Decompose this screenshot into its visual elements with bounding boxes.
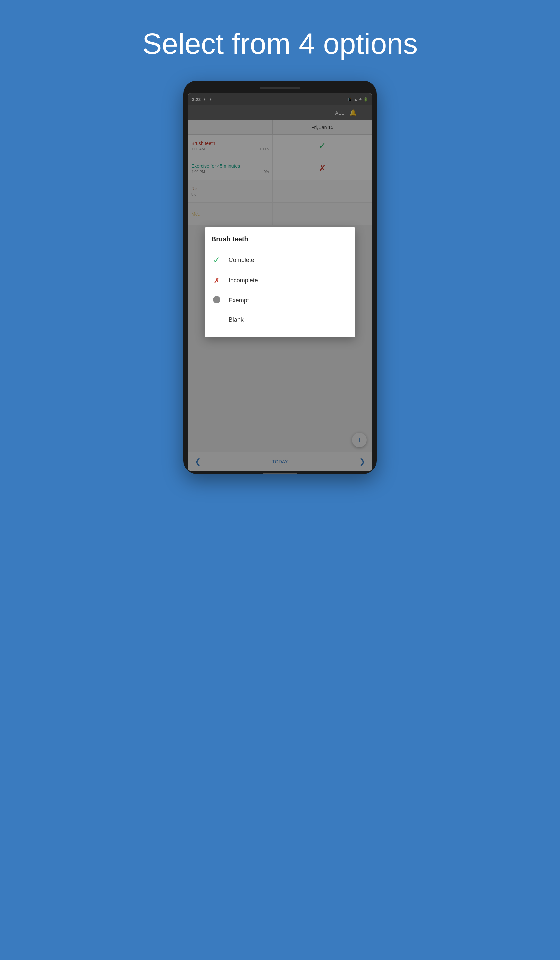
incomplete-icon: ✗ <box>211 276 222 285</box>
dialog-title: Brush teeth <box>211 235 349 243</box>
dialog: Brush teeth ✓ Complete ✗ Incomplete Exem <box>205 227 356 337</box>
phone-screen: 3:22 ⏵ ⏵ 📳 ▲ ✈ 🔋 ALL 🔔 ⋮ ≡ Fri, Jan 15 <box>188 93 372 471</box>
dialog-option-exempt[interactable]: Exempt <box>211 291 349 311</box>
phone-frame: 3:22 ⏵ ⏵ 📳 ▲ ✈ 🔋 ALL 🔔 ⋮ ≡ Fri, Jan 15 <box>183 81 377 474</box>
complete-icon: ✓ <box>211 255 222 265</box>
home-bar <box>263 473 297 474</box>
dialog-overlay[interactable]: Brush teeth ✓ Complete ✗ Incomplete Exem <box>188 93 372 471</box>
exempt-label: Exempt <box>229 297 249 304</box>
complete-label: Complete <box>229 257 254 264</box>
circle-shape <box>213 296 220 303</box>
dialog-option-complete[interactable]: ✓ Complete <box>211 250 349 271</box>
page-title: Select from 4 options <box>142 27 418 61</box>
exempt-icon <box>211 296 222 306</box>
blank-label: Blank <box>229 316 244 323</box>
dialog-option-incomplete[interactable]: ✗ Incomplete <box>211 271 349 291</box>
dialog-option-blank[interactable]: Blank <box>211 311 349 329</box>
phone-speaker <box>260 87 300 89</box>
incomplete-label: Incomplete <box>229 277 258 284</box>
